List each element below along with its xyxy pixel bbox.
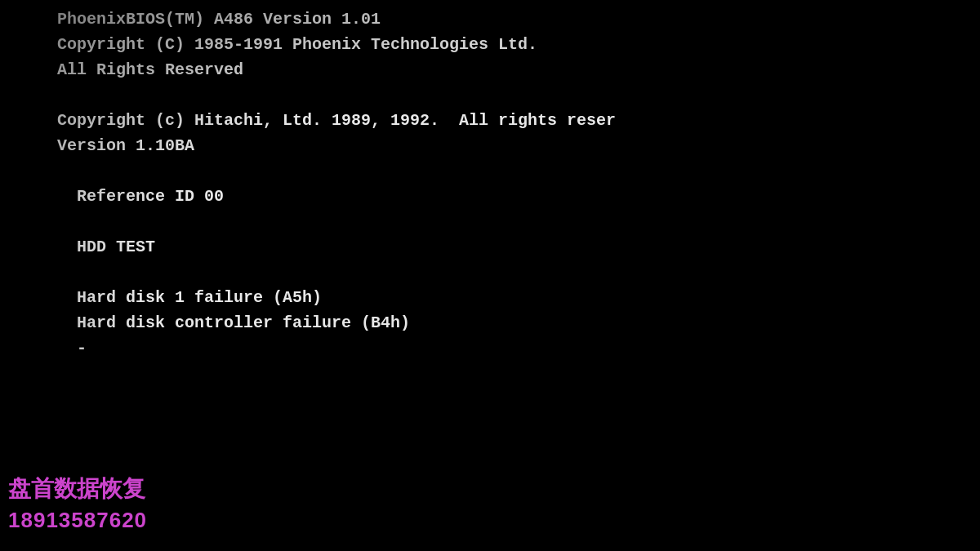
bios-screen: PhoenixBIOS(TM) A486 Version 1.01Copyrig…	[0, 0, 980, 551]
bios-empty-line-8	[57, 209, 923, 234]
bios-empty-line-10	[57, 260, 923, 285]
bios-line-13: -	[57, 335, 923, 361]
bios-line-1: Copyright (C) 1985-1991 Phoenix Technolo…	[57, 32, 923, 57]
bios-line-7: Reference ID 00	[57, 184, 923, 209]
watermark: 盘首数据恢复 18913587620	[8, 473, 147, 535]
bios-line-0: PhoenixBIOS(TM) A486 Version 1.01	[57, 7, 923, 32]
bios-line-4: Copyright (c) Hitachi, Ltd. 1989, 1992. …	[57, 108, 923, 133]
bios-line-5: Version 1.10BA	[57, 133, 923, 158]
bios-empty-line-3	[57, 82, 923, 108]
bios-line-9: HDD TEST	[57, 234, 923, 260]
bios-content: PhoenixBIOS(TM) A486 Version 1.01Copyrig…	[0, 0, 980, 551]
watermark-phone: 18913587620	[8, 505, 147, 535]
bios-line-2: All Rights Reserved	[57, 57, 923, 82]
bios-line-11: Hard disk 1 failure (A5h)	[57, 285, 923, 310]
bios-line-12: Hard disk controller failure (B4h)	[57, 310, 923, 335]
bios-empty-line-6	[57, 158, 923, 184]
watermark-company: 盘首数据恢复	[8, 473, 147, 504]
